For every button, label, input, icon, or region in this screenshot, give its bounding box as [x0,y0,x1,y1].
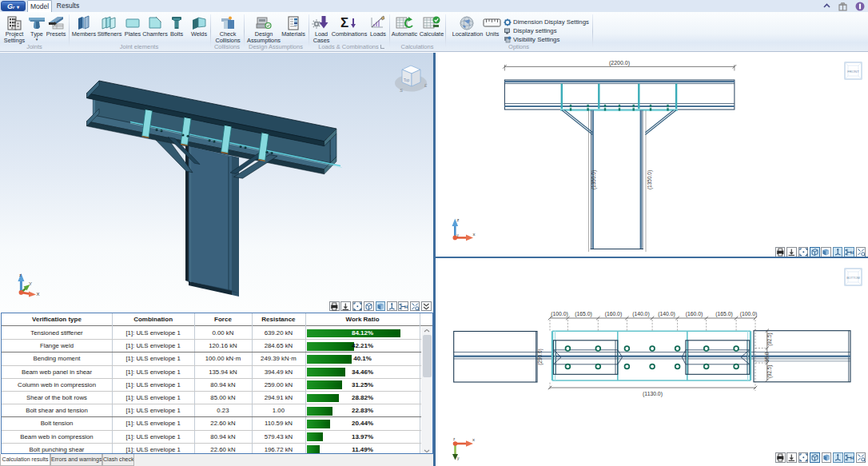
svg-text:(1350.0): (1350.0) [591,170,597,189]
svg-text:x: x [473,232,476,237]
svg-text:(140.0): (140.0) [658,311,675,317]
svg-text:(92.5): (92.5) [767,365,774,378]
svg-text:95.0: 95.0 [764,352,770,362]
svg-text:BOTTOM: BOTTOM [846,276,860,280]
svg-text:(1350.0): (1350.0) [647,170,653,189]
svg-text:(290.0): (290.0) [537,349,543,365]
svg-text:z: z [457,217,460,222]
svg-text:z: z [453,437,456,441]
svg-text:FRONT: FRONT [847,70,859,74]
svg-text:y: y [457,233,460,237]
svg-text:y: y [457,456,460,460]
svg-text:Σ: Σ [340,15,348,30]
svg-text:H: H [404,304,408,309]
svg-text:x: x [472,437,475,442]
svg-text:Top: Top [404,78,410,82]
svg-text:(1130.0): (1130.0) [643,391,663,397]
svg-text:z: z [19,273,22,277]
svg-text:(165.0): (165.0) [715,311,733,317]
svg-text:(140.0): (140.0) [632,311,650,317]
svg-text:X: X [37,292,40,297]
svg-text:(100.0): (100.0) [551,311,568,317]
svg-text:(92.5): (92.5) [766,333,773,345]
svg-text:E: E [424,83,428,88]
svg-text:H: H [850,250,854,255]
svg-text:(165.0): (165.0) [575,311,592,317]
svg-text:Y: Y [29,281,32,286]
svg-text:(160.0): (160.0) [605,311,623,317]
svg-text:(100.0): (100.0) [740,311,758,317]
svg-text:(2200.0): (2200.0) [609,60,630,66]
svg-text:H: H [850,456,854,460]
svg-text:(160.0): (160.0) [686,311,703,317]
svg-text:S: S [400,88,403,93]
